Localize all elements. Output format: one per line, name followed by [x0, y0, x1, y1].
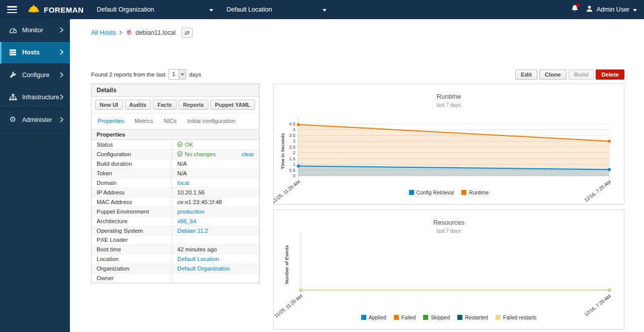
user-menu[interactable]: Admin User: [586, 5, 637, 14]
details-tabs: Properties Metrics NICs Initial configur…: [92, 113, 259, 129]
status-value: OK: [185, 142, 193, 148]
table-row: Domain local: [92, 178, 259, 188]
legend-item: Failed: [394, 314, 416, 320]
legend-swatch: [423, 315, 428, 320]
runtime-chart: 00.511.522.533.544.511/25, 11:20 AM12/16…: [274, 84, 624, 203]
architecture-link[interactable]: x86_64: [177, 218, 196, 224]
breadcrumb: All Hosts debian11.local ⇄: [91, 28, 193, 38]
host-switcher-icon[interactable]: ⇄: [182, 28, 193, 38]
svg-text:1.5: 1.5: [289, 156, 295, 161]
brand-name: FOREMAN: [44, 6, 84, 14]
domain-link[interactable]: local: [177, 180, 189, 186]
resources-legend: Applied Failed Skipped Restarted Failed …: [274, 314, 624, 320]
table-row: Organization Default Organization: [92, 264, 259, 274]
chevron-right-icon: [60, 26, 63, 35]
legend-item: Failed restarts: [496, 314, 537, 320]
caret-down-icon: [209, 6, 213, 13]
properties-section-title: Properties: [92, 129, 259, 140]
hamburger-menu-icon[interactable]: [7, 6, 17, 13]
caret-down-icon: [633, 6, 637, 13]
foreman-brand: FOREMAN: [27, 4, 84, 15]
svg-text:0: 0: [293, 173, 295, 178]
puppet-environment-link[interactable]: production: [177, 209, 204, 215]
sidebar-item-monitor[interactable]: Monitor: [0, 19, 70, 42]
svg-text:3: 3: [293, 139, 295, 144]
caret-down-icon: [179, 70, 186, 79]
user-icon: [586, 5, 593, 14]
audits-button[interactable]: Audits: [125, 100, 151, 110]
details-buttons: New UI Audits Facts Reports Puppet YAML: [92, 97, 259, 113]
legend-item: Applied: [361, 314, 386, 320]
caret-down-icon: [323, 6, 327, 13]
new-ui-button[interactable]: New UI: [95, 100, 123, 110]
svg-text:2.5: 2.5: [289, 145, 295, 150]
tab-metrics[interactable]: Metrics: [134, 118, 153, 124]
wrench-icon: [9, 71, 17, 79]
notifications-bell-icon[interactable]: [571, 5, 579, 15]
check-circle-icon: [177, 142, 183, 148]
gauge-icon: [9, 27, 17, 34]
svg-text:0.5: 0.5: [289, 168, 295, 173]
facts-button[interactable]: Facts: [153, 100, 177, 110]
notification-dot: [576, 4, 580, 7]
sidebar-item-hosts[interactable]: Hosts: [0, 42, 70, 64]
main-content: All Hosts debian11.local ⇄ Found 2 repor…: [70, 19, 644, 332]
days-select-value: 1: [169, 70, 179, 79]
server-icon: [9, 49, 17, 56]
sidebar-item-administer[interactable]: ⚙ Administer: [0, 109, 70, 131]
svg-text:12/16, 7:20 AM: 12/16, 7:20 AM: [583, 293, 612, 317]
breadcrumb-all-hosts-link[interactable]: All Hosts: [91, 29, 116, 36]
organization-selector[interactable]: Default Organization: [97, 6, 213, 13]
organization-link[interactable]: Default Organization: [177, 265, 230, 272]
location-link[interactable]: Default Location: [177, 256, 219, 262]
clear-link[interactable]: clear: [242, 151, 254, 157]
tab-properties[interactable]: Properties: [98, 118, 124, 124]
sidebar-item-infrastructure[interactable]: Infrastructure: [0, 87, 70, 109]
legend-item: Runtime: [461, 189, 489, 195]
table-row: PXE Loader: [92, 235, 259, 245]
tab-initial-configuration[interactable]: Initial configuration: [187, 118, 235, 124]
table-row: MAC Address ce:e1:23:45:1f:48: [92, 197, 259, 207]
properties-table: Status OK Configuration No changesclear …: [92, 140, 259, 283]
days-select[interactable]: 1: [169, 69, 186, 80]
location-selector[interactable]: Default Location: [226, 6, 326, 13]
resources-chart-panel: 11/25, 11:20 AM12/16, 7:20 AM Resources …: [273, 210, 624, 329]
found-reports-text: Found 2 reports from the last 1 days: [91, 69, 201, 80]
legend-item: Config Retrieval: [409, 189, 454, 195]
table-row: Operating System Debian 11.2: [92, 226, 259, 235]
sidebar-nav: Monitor Hosts: [0, 19, 70, 332]
foreman-app: FOREMAN Default Organization Default Loc…: [0, 0, 644, 332]
reports-button[interactable]: Reports: [179, 100, 209, 110]
edit-button[interactable]: Edit: [515, 70, 537, 80]
table-row: Location Default Location: [92, 254, 259, 264]
table-row: Configuration No changesclear: [92, 150, 259, 159]
puppet-yaml-button[interactable]: Puppet YAML: [210, 100, 255, 110]
breadcrumb-separator-icon: [119, 29, 122, 36]
y-axis-label: Number of Events: [284, 244, 289, 285]
user-name: Admin User: [597, 6, 629, 13]
table-row: Build duration N/A: [92, 159, 259, 169]
operating-system-link[interactable]: Debian 11.2: [177, 228, 208, 234]
tab-nics[interactable]: NICs: [164, 118, 177, 124]
delete-button[interactable]: Delete: [596, 70, 624, 80]
hardhat-logo-icon: [27, 4, 40, 15]
gear-icon: ⚙: [9, 116, 17, 123]
svg-text:3.5: 3.5: [289, 133, 295, 138]
table-row: Architecture x86_64: [92, 216, 259, 226]
sidebar-item-configure[interactable]: Configure: [0, 64, 70, 87]
y-axis-label: Time in Seconds: [280, 131, 285, 171]
clone-button[interactable]: Clone: [539, 70, 567, 80]
chevron-right-icon: [60, 115, 63, 124]
svg-text:2: 2: [293, 150, 295, 155]
chevron-right-icon: [60, 71, 63, 80]
breadcrumb-current-host: debian11.local: [126, 29, 176, 37]
legend-swatch: [496, 315, 501, 320]
host-actions: Edit Clone Build Delete: [515, 70, 624, 80]
svg-text:1: 1: [293, 162, 295, 167]
details-panel-title: Details: [92, 84, 259, 97]
table-row: IP Address 10.20.1.56: [92, 188, 259, 197]
legend-swatch: [457, 315, 462, 320]
table-row: Owner: [92, 274, 259, 283]
sitemap-icon: [9, 94, 17, 101]
svg-text:4: 4: [293, 127, 295, 132]
